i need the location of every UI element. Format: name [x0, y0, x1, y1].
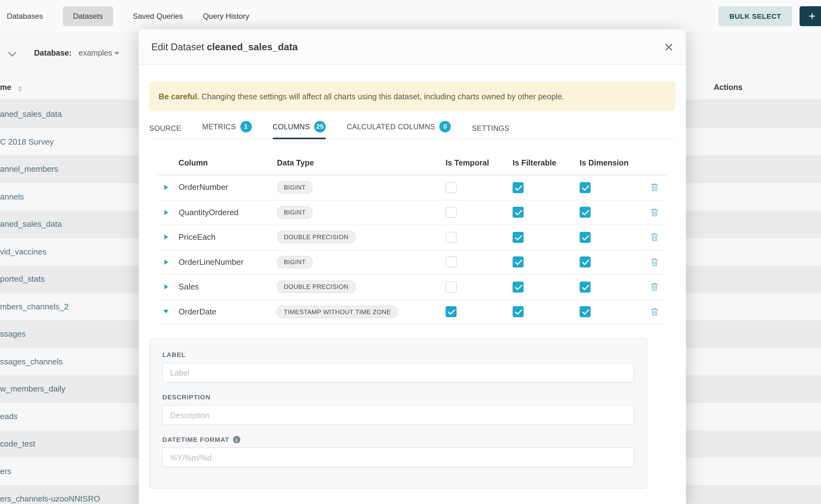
field-label-text: DATETIME FORMAT — [162, 436, 229, 443]
modal-body: Be careful. Changing these settings will… — [139, 82, 686, 489]
is-temporal-checkbox[interactable] — [446, 232, 457, 243]
is-filterable-header: Is Filterable — [508, 158, 575, 166]
data-type-pill: BIGINT — [277, 206, 313, 219]
database-filter-select[interactable]: examples — [78, 48, 112, 57]
chevron-down-icon[interactable] — [114, 52, 119, 55]
is-dimension-checkbox[interactable] — [580, 281, 591, 292]
table-row: OrderNumber BIGINT — [158, 175, 666, 200]
is-filterable-checkbox[interactable] — [513, 232, 524, 243]
expand-caret-icon[interactable] — [164, 235, 168, 240]
table-row: OrderDate TIMESTAMP WITHOUT TIME ZONE — [158, 300, 666, 325]
datetime-format-field-group: DATETIME FORMAT i — [162, 436, 634, 467]
is-temporal-checkbox[interactable] — [446, 281, 457, 292]
is-temporal-checkbox[interactable] — [446, 182, 457, 193]
expand-caret-icon[interactable] — [164, 185, 168, 190]
column-header: Column — [174, 158, 277, 166]
dataset-name-link[interactable]: ported_stats — [0, 274, 45, 284]
close-icon[interactable]: × — [664, 39, 673, 55]
collapse-caret-icon[interactable] — [163, 310, 169, 314]
tab-label: SOURCE — [149, 124, 181, 132]
dataset-name-link[interactable]: annel_members — [0, 165, 58, 174]
datetime-format-input[interactable] — [162, 447, 634, 467]
data-type-pill: BIGINT — [277, 256, 313, 268]
expand-caret-icon[interactable] — [164, 210, 168, 215]
is-filterable-checkbox[interactable] — [513, 306, 524, 317]
is-dimension-checkbox[interactable] — [580, 257, 591, 268]
delete-column-icon[interactable] — [650, 233, 658, 241]
dataset-name-link[interactable]: ers — [0, 467, 11, 476]
table-row: Sales DOUBLE PRECISION — [158, 275, 666, 300]
tab-metrics[interactable]: METRICS 1 — [202, 121, 251, 139]
delete-column-icon[interactable] — [650, 183, 658, 192]
is-dimension-header: Is Dimension — [575, 158, 642, 166]
nav-tab-query-history[interactable]: Query History — [203, 6, 249, 26]
is-dimension-checkbox[interactable] — [580, 182, 591, 193]
add-dataset-button[interactable]: + — [799, 6, 821, 26]
tab-columns[interactable]: COLUMNS 25 — [272, 121, 326, 139]
column-name: PriceEach — [174, 233, 277, 242]
dataset-name-link[interactable]: mbers_channels_2 — [0, 302, 69, 311]
nav-tab-saved-queries[interactable]: Saved Queries — [133, 6, 183, 26]
data-type-pill: DOUBLE PRECISION — [277, 281, 355, 293]
is-filterable-checkbox[interactable] — [513, 257, 524, 268]
column-name: OrderNumber — [174, 183, 277, 192]
warning-text: Changing these settings will affect all … — [201, 92, 564, 101]
dataset-name-link[interactable]: ssages_channels — [0, 357, 63, 366]
expand-caret-icon[interactable] — [164, 284, 168, 289]
collapse-chevron-icon[interactable] — [8, 48, 16, 57]
delete-column-icon[interactable] — [650, 258, 658, 266]
is-dimension-checkbox[interactable] — [580, 306, 591, 317]
dataset-name-link[interactable]: w_members_daily — [0, 384, 65, 394]
is-filterable-checkbox[interactable] — [513, 182, 524, 193]
dataset-name-link[interactable]: aned_sales_data — [0, 220, 62, 229]
description-field-group: DESCRIPTION — [162, 393, 634, 425]
nav-tab-datasets[interactable]: Datasets — [63, 6, 113, 26]
nav-tab-databases[interactable]: Databases — [7, 6, 43, 26]
info-icon[interactable]: i — [233, 436, 240, 443]
actions-column-header: Actions — [714, 83, 742, 91]
bulk-select-button[interactable]: BULK SELECT — [718, 6, 792, 26]
columns-table: Column Data Type Is Temporal Is Filterab… — [158, 150, 666, 324]
dataset-name-link[interactable]: ers_channels-uzooNNtSRO — [0, 494, 100, 504]
is-temporal-checkbox[interactable] — [446, 207, 457, 218]
sort-icon[interactable] — [18, 84, 22, 94]
is-filterable-checkbox[interactable] — [513, 281, 524, 292]
metrics-count-badge: 1 — [240, 121, 251, 132]
description-input[interactable] — [162, 405, 634, 425]
datetime-format-field-label: DATETIME FORMAT i — [162, 436, 634, 443]
tab-settings[interactable]: SETTINGS — [472, 124, 510, 139]
is-temporal-checkbox[interactable] — [446, 306, 457, 317]
top-nav: Databases Datasets Saved Queries Query H… — [0, 0, 821, 33]
dataset-name-link[interactable]: ssages — [0, 329, 26, 339]
delete-column-icon[interactable] — [650, 208, 658, 217]
dataset-name-link[interactable]: vid_vaccines — [0, 247, 47, 256]
is-filterable-checkbox[interactable] — [513, 207, 524, 218]
delete-column-icon[interactable] — [650, 308, 658, 316]
data-type-pill: DOUBLE PRECISION — [277, 231, 355, 244]
data-type-header: Data Type — [277, 158, 441, 166]
dataset-name-link[interactable]: code_test — [0, 439, 35, 449]
tab-source[interactable]: SOURCE — [149, 124, 181, 139]
field-label-text: LABEL — [162, 351, 186, 358]
column-name: Sales — [174, 282, 277, 292]
data-type-pill: BIGINT — [277, 181, 313, 194]
label-input[interactable] — [162, 363, 634, 383]
is-temporal-checkbox[interactable] — [446, 257, 457, 268]
name-column-header[interactable]: me — [0, 83, 11, 91]
dataset-name-link[interactable]: aned_sales_data — [0, 110, 62, 119]
modal-header: Edit Dataset cleaned_sales_data × — [139, 29, 686, 65]
expand-caret-icon[interactable] — [164, 259, 168, 265]
delete-column-icon[interactable] — [650, 283, 658, 291]
is-dimension-checkbox[interactable] — [580, 232, 591, 243]
tab-label: SETTINGS — [472, 124, 510, 132]
columns-table-header: Column Data Type Is Temporal Is Filterab… — [158, 150, 666, 175]
dataset-name-link[interactable]: eads — [0, 412, 17, 421]
table-row: OrderLineNumber BIGINT — [158, 250, 666, 275]
columns-count-badge: 25 — [314, 121, 326, 132]
is-dimension-checkbox[interactable] — [580, 207, 591, 218]
tab-calculated-columns[interactable]: CALCULATED COLUMNS 0 — [347, 121, 451, 139]
is-temporal-header: Is Temporal — [441, 158, 508, 166]
label-field-label: LABEL — [162, 351, 634, 358]
dataset-name-link[interactable]: annels — [0, 192, 24, 201]
dataset-name-link[interactable]: C 2018 Survey — [0, 137, 54, 146]
